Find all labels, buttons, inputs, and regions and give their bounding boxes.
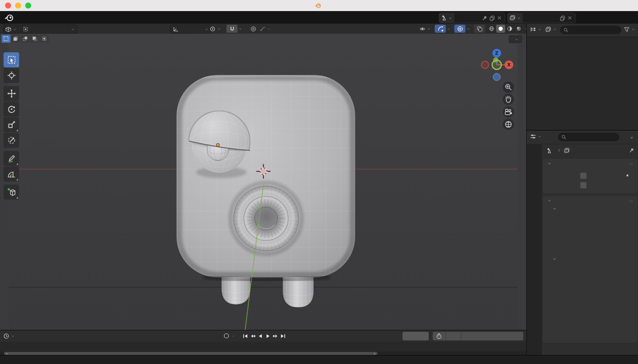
checkbox[interactable] xyxy=(580,182,587,189)
tool-options-button[interactable] xyxy=(509,35,522,43)
properties-tab-strip xyxy=(527,144,542,356)
prev-keyframe-button[interactable] xyxy=(249,332,257,340)
view-layer-selector[interactable] xyxy=(507,13,576,23)
gizmos-toggle[interactable] xyxy=(435,25,446,33)
frame-start-field[interactable] xyxy=(446,332,461,340)
chevron-right-icon xyxy=(556,148,562,153)
snap-toggle[interactable] xyxy=(226,25,237,33)
use-preview-range-button[interactable] xyxy=(433,332,445,340)
data-section-header[interactable] xyxy=(552,206,559,211)
animate-dot[interactable] xyxy=(626,174,628,176)
remove-view-layer-icon[interactable] xyxy=(567,15,573,21)
tool-move[interactable] xyxy=(4,86,19,101)
gizmo-icon xyxy=(437,26,444,32)
shading-rendered-button[interactable] xyxy=(514,25,523,33)
gizmo-neg-z-ball[interactable] xyxy=(493,73,501,81)
outliner-search-input[interactable] xyxy=(571,27,611,33)
scene-selector[interactable] xyxy=(439,13,505,23)
3d-viewport[interactable]: Z X xyxy=(0,34,526,330)
jump-to-start-button[interactable] xyxy=(242,332,249,340)
overlays-dropdown[interactable] xyxy=(466,25,472,33)
editor-type-button[interactable] xyxy=(3,25,19,34)
transform-orientation-dropdown[interactable] xyxy=(170,25,211,34)
outliner-display-mode-button[interactable] xyxy=(530,26,542,33)
jump-to-end-button[interactable] xyxy=(279,332,287,340)
proportional-falloff-dropdown[interactable] xyxy=(259,25,272,33)
select-mode-new[interactable] xyxy=(2,35,11,43)
chevron-down-icon[interactable] xyxy=(629,135,634,140)
zoom-view-button[interactable] xyxy=(503,81,514,93)
checkbox-row-use-for-render[interactable] xyxy=(580,172,590,179)
select-mode-invert[interactable] xyxy=(30,35,39,43)
select-mode-intersect[interactable] xyxy=(40,35,49,43)
tool-scale[interactable] xyxy=(4,117,19,132)
chevron-down-icon xyxy=(547,161,552,166)
passes-panel-header[interactable] xyxy=(543,196,637,205)
pin-icon[interactable] xyxy=(628,147,634,153)
tool-annotate[interactable] xyxy=(4,151,19,166)
outliner-filter-button[interactable] xyxy=(623,26,635,33)
properties-editor-type-button[interactable] xyxy=(530,133,542,140)
auto-keying-toggle[interactable] xyxy=(223,332,235,340)
tool-add-cube[interactable] xyxy=(4,185,19,200)
view-layer-panel-header[interactable] xyxy=(543,159,637,168)
chevron-down-icon xyxy=(267,27,271,31)
chevron-down-icon xyxy=(70,27,75,32)
select-mode-extend[interactable] xyxy=(11,35,20,43)
frame-end-field[interactable] xyxy=(461,332,476,340)
blender-logo-icon[interactable] xyxy=(5,13,14,22)
tool-rotate[interactable] xyxy=(4,102,19,117)
character-torus[interactable] xyxy=(230,183,301,254)
grip-icon[interactable] xyxy=(627,199,633,203)
character-body[interactable] xyxy=(177,75,355,280)
shading-material-button[interactable] xyxy=(505,25,514,33)
gizmo-y-ring[interactable] xyxy=(492,60,501,69)
play-reverse-button[interactable] xyxy=(257,332,264,340)
tool-cursor[interactable] xyxy=(4,68,19,83)
xray-toggle[interactable] xyxy=(474,25,485,33)
properties-search-input[interactable] xyxy=(569,134,609,140)
tool-transform[interactable] xyxy=(4,133,19,148)
outliner-filter-id-button[interactable] xyxy=(545,26,557,33)
chevron-down-icon xyxy=(217,27,221,31)
mode-dropdown[interactable] xyxy=(20,25,77,34)
select-mode-strip xyxy=(2,35,49,43)
proportional-editing-toggle[interactable] xyxy=(248,25,259,33)
next-keyframe-button[interactable] xyxy=(272,332,279,340)
grip-icon[interactable] xyxy=(627,162,633,166)
pan-view-button[interactable] xyxy=(503,94,514,105)
orthographic-view-button[interactable] xyxy=(503,119,514,130)
shading-solid-button[interactable] xyxy=(496,25,505,33)
gizmos-dropdown[interactable] xyxy=(446,25,452,33)
pin-icon[interactable] xyxy=(482,15,488,21)
gizmo-neg-x-ball[interactable] xyxy=(482,61,489,69)
unlink-scene-icon[interactable] xyxy=(497,15,502,21)
select-mode-subtract[interactable] xyxy=(21,35,30,43)
timeline-ruler[interactable] xyxy=(0,342,526,351)
current-frame-field[interactable] xyxy=(403,332,429,340)
timeline-editor-type-button[interactable] xyxy=(3,332,15,340)
view-layer-browse-button[interactable] xyxy=(508,13,523,23)
tool-measure[interactable] xyxy=(4,166,19,181)
checkbox-row-render-single-layer[interactable] xyxy=(580,181,590,189)
camera-view-button[interactable] xyxy=(503,107,514,118)
tool-select-box[interactable] xyxy=(4,52,19,67)
new-view-layer-icon[interactable] xyxy=(560,15,566,21)
shading-wireframe-button[interactable] xyxy=(487,25,496,33)
window-title-wrap xyxy=(0,0,638,11)
wireframe-icon xyxy=(489,26,495,32)
play-button[interactable] xyxy=(264,332,272,340)
proportional-icon xyxy=(250,26,257,32)
new-scene-icon[interactable] xyxy=(489,15,495,21)
checkbox[interactable] xyxy=(580,172,587,179)
show-gizmo-dropdown[interactable] xyxy=(419,25,433,33)
overlays-toggle[interactable] xyxy=(454,25,465,33)
object-origin-dot xyxy=(216,143,219,146)
outliner-search[interactable] xyxy=(560,26,621,34)
shading-mode-group xyxy=(487,25,529,33)
pivot-point-dropdown[interactable] xyxy=(209,25,223,33)
snap-settings-dropdown[interactable] xyxy=(238,25,244,33)
light-section-header[interactable] xyxy=(552,256,559,261)
properties-search[interactable] xyxy=(558,133,619,141)
scene-browse-button[interactable] xyxy=(439,13,454,23)
